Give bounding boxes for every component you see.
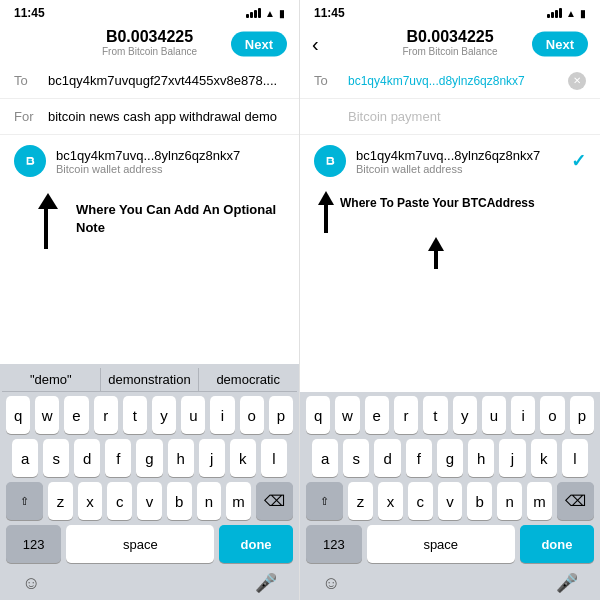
key-m[interactable]: m (226, 482, 251, 520)
r-key-done[interactable]: done (520, 525, 594, 563)
key-e[interactable]: e (64, 396, 88, 434)
key-t[interactable]: t (123, 396, 147, 434)
key-n[interactable]: n (197, 482, 222, 520)
r-key-123[interactable]: 123 (306, 525, 362, 563)
right-address-row[interactable]: bc1qy4km7uvq...8ylnz6qz8nkx7 Bitcoin wal… (300, 135, 600, 187)
r-key-shift[interactable]: ⇧ (306, 482, 343, 520)
left-suggestion-3[interactable]: democratic (199, 368, 297, 391)
key-123[interactable]: 123 (6, 525, 61, 563)
signal-icon (246, 8, 261, 18)
r-key-o[interactable]: o (540, 396, 564, 434)
right-to-clear-button[interactable]: ✕ (568, 72, 586, 90)
left-next-button[interactable]: Next (231, 31, 287, 56)
r-key-i[interactable]: i (511, 396, 535, 434)
key-h[interactable]: h (168, 439, 194, 477)
right-wifi-icon: ▲ (566, 8, 576, 19)
r-key-a[interactable]: a (312, 439, 338, 477)
right-address-main: bc1qy4km7uvq...8ylnz6qz8nkx7 (356, 148, 561, 163)
key-q[interactable]: q (6, 396, 30, 434)
right-key-row-3: ⇧ z x c v b n m ⌫ (302, 482, 598, 520)
r-key-space[interactable]: space (367, 525, 515, 563)
r-key-c[interactable]: c (408, 482, 433, 520)
left-from-label: From Bitcoin Balance (102, 46, 197, 57)
r-key-b[interactable]: b (467, 482, 492, 520)
key-l[interactable]: l (261, 439, 287, 477)
key-y[interactable]: y (152, 396, 176, 434)
right-bitcoin-icon (322, 153, 338, 169)
key-f[interactable]: f (105, 439, 131, 477)
right-to-value[interactable]: bc1qy4km7uvq...d8ylnz6qz8nkx7 (348, 74, 568, 88)
r-key-s[interactable]: s (343, 439, 369, 477)
r-key-f[interactable]: f (406, 439, 432, 477)
r-key-y[interactable]: y (453, 396, 477, 434)
right-signal-icon (547, 8, 562, 18)
r-key-l[interactable]: l (562, 439, 588, 477)
right-emoji-icon[interactable]: ☺ (322, 573, 340, 594)
right-check-icon[interactable]: ✓ (571, 150, 586, 172)
key-x[interactable]: x (78, 482, 103, 520)
left-keyboard: "demo" demonstration democratic q w e r … (0, 364, 299, 600)
left-time: 11:45 (14, 6, 45, 20)
left-header-title: B0.0034225 From Bitcoin Balance (102, 28, 197, 57)
r-key-p[interactable]: p (570, 396, 594, 434)
key-d[interactable]: d (74, 439, 100, 477)
left-to-value[interactable]: bc1qy4km7uvqugf27xvt4455xv8e878.... (48, 73, 285, 88)
key-delete[interactable]: ⌫ (256, 482, 293, 520)
key-space[interactable]: space (66, 525, 214, 563)
right-for-placeholder[interactable]: Bitcoin payment (348, 109, 586, 124)
left-address-sub: Bitcoin wallet address (56, 163, 285, 175)
left-status-bar: 11:45 ▲ ▮ (0, 0, 299, 24)
mic-icon[interactable]: 🎤 (255, 572, 277, 594)
r-key-n[interactable]: n (497, 482, 522, 520)
r-key-delete[interactable]: ⌫ (557, 482, 594, 520)
left-for-value[interactable]: bitcoin news cash app withdrawal demo (48, 109, 285, 124)
r-key-j[interactable]: j (499, 439, 525, 477)
key-p[interactable]: p (269, 396, 293, 434)
left-suggestion-2[interactable]: demonstration (101, 368, 200, 391)
key-r[interactable]: r (94, 396, 118, 434)
right-back-button[interactable]: ‹ (312, 32, 319, 55)
key-b[interactable]: b (167, 482, 192, 520)
r-key-r[interactable]: r (394, 396, 418, 434)
key-g[interactable]: g (136, 439, 162, 477)
key-i[interactable]: i (210, 396, 234, 434)
key-j[interactable]: j (199, 439, 225, 477)
key-shift[interactable]: ⇧ (6, 482, 43, 520)
left-address-info: bc1qy4km7uvq...8ylnz6qz8nkx7 Bitcoin wal… (56, 148, 285, 175)
key-w[interactable]: w (35, 396, 59, 434)
key-c[interactable]: c (107, 482, 132, 520)
left-for-field[interactable]: For bitcoin news cash app withdrawal dem… (0, 99, 299, 135)
r-key-z[interactable]: z (348, 482, 373, 520)
r-key-h[interactable]: h (468, 439, 494, 477)
left-key-row-3: ⇧ z x c v b n m ⌫ (2, 482, 297, 520)
key-a[interactable]: a (12, 439, 38, 477)
key-k[interactable]: k (230, 439, 256, 477)
left-annotation-text: Where You Can Add An Optional Note (76, 201, 279, 237)
r-key-w[interactable]: w (335, 396, 359, 434)
r-key-d[interactable]: d (374, 439, 400, 477)
r-key-u[interactable]: u (482, 396, 506, 434)
r-key-m[interactable]: m (527, 482, 552, 520)
right-bottom-bar: ☺ 🎤 (302, 568, 598, 598)
emoji-icon[interactable]: ☺ (22, 573, 40, 594)
left-key-row-1: q w e r t y u i o p (2, 396, 297, 434)
r-key-t[interactable]: t (423, 396, 447, 434)
key-o[interactable]: o (240, 396, 264, 434)
r-key-v[interactable]: v (438, 482, 463, 520)
key-v[interactable]: v (137, 482, 162, 520)
right-for-field[interactable]: For Bitcoin payment (300, 99, 600, 135)
right-mic-icon[interactable]: 🎤 (556, 572, 578, 594)
left-suggestion-1[interactable]: "demo" (2, 368, 101, 391)
key-u[interactable]: u (181, 396, 205, 434)
key-done[interactable]: done (219, 525, 293, 563)
left-address-row[interactable]: bc1qy4km7uvq...8ylnz6qz8nkx7 Bitcoin wal… (0, 135, 299, 187)
r-key-q[interactable]: q (306, 396, 330, 434)
right-next-button[interactable]: Next (532, 31, 588, 56)
r-key-k[interactable]: k (531, 439, 557, 477)
r-key-e[interactable]: e (365, 396, 389, 434)
left-annotation-area: Where You Can Add An Optional Note (0, 187, 299, 364)
key-s[interactable]: s (43, 439, 69, 477)
r-key-x[interactable]: x (378, 482, 403, 520)
r-key-g[interactable]: g (437, 439, 463, 477)
key-z[interactable]: z (48, 482, 73, 520)
